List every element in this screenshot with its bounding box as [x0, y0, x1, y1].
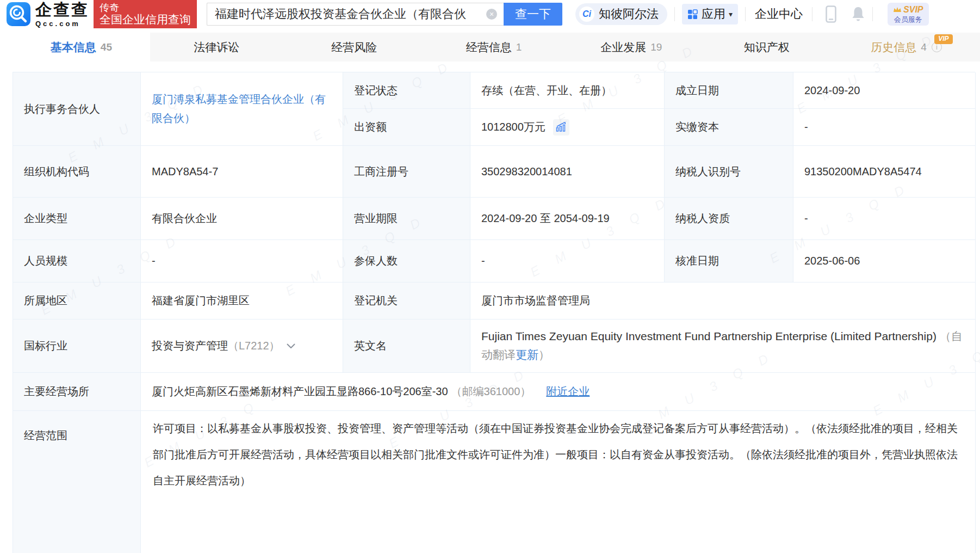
field-label: 执行事务合伙人	[24, 102, 100, 116]
svip-service-label: 会员服务	[893, 16, 923, 23]
value-cell: 91350200MADY8A5474	[793, 146, 976, 198]
search-button[interactable]: 查一下	[504, 3, 562, 26]
table-row: 执行事务合伙人 厦门溥泉私募基金管理合伙企业（有限合伙） 登记状态 存续（在营、…	[13, 72, 975, 146]
enterprise-center-link[interactable]: 企业中心	[755, 6, 803, 22]
label-cell: 成立日期	[665, 72, 793, 109]
field-label: 成立日期	[675, 83, 719, 98]
table-row: 主要经营场所 厦门火炬高新区石墨烯新材料产业园五显路866-10号206室-30…	[13, 373, 975, 411]
brand-domain: Qcc.com	[35, 20, 89, 27]
tab-business-info[interactable]: 经营信息 1	[425, 33, 563, 62]
header-divider	[674, 7, 675, 21]
zhibei-alpha-icon: Ci	[579, 7, 594, 22]
search-bar: × 查一下	[207, 3, 562, 26]
qcc-logo-icon	[7, 2, 30, 26]
field-value: -	[152, 255, 156, 267]
field-label: 所属地区	[24, 293, 67, 308]
value-cell: 2024-09-20	[793, 72, 976, 109]
apps-menu-button[interactable]: 应用 ▾	[682, 4, 738, 24]
slogan-line2: 全国企业信用查询	[100, 13, 191, 26]
svip-label: SVIP	[903, 5, 923, 15]
address-value: 厦门火炬高新区石墨烯新材料产业园五显路866-10号206室-30	[152, 384, 448, 399]
search-input-box: ×	[207, 3, 504, 26]
field-label: 登记机关	[354, 293, 398, 308]
expand-chevron-icon[interactable]	[287, 343, 295, 349]
value-cell: 2025-06-06	[793, 240, 976, 282]
table-row: 所属地区 福建省厦门市湖里区 登记机关 厦门市市场监督管理局	[13, 282, 975, 319]
apps-grid-icon	[687, 9, 698, 20]
label-cell: 主要经营场所	[13, 373, 141, 411]
label-cell: 营业期限	[343, 198, 470, 240]
vip-badge: VIP	[934, 34, 952, 44]
header-divider	[812, 7, 812, 21]
table-row: 国标行业 投资与资产管理 （L7212） 英文名 Fujian Times Ze…	[13, 319, 975, 373]
label-cell: 人员规模	[13, 240, 141, 282]
label-cell: 经营范围	[13, 411, 141, 553]
svip-member-button[interactable]: SVIP 会员服务	[888, 3, 928, 26]
qcc-logo-text: 企查查 Qcc.com	[35, 2, 89, 27]
field-label: 工商注册号	[354, 164, 408, 179]
brand-name: 企查查	[35, 2, 89, 18]
field-value: 1012800万元	[481, 120, 545, 134]
value-cell: 福建省厦门市湖里区	[141, 282, 343, 319]
executive-partner-link[interactable]: 厦门溥泉私募基金管理合伙企业（有限合伙）	[152, 90, 332, 128]
field-value: 福建省厦门市湖里区	[152, 293, 250, 308]
table-row: 经营范围 许可项目：以私募基金从事股权投资、投资管理、资产管理等活动（须在中国证…	[13, 411, 975, 553]
value-cell: 投资与资产管理 （L7212）	[141, 319, 343, 373]
tab-operation-risk[interactable]: 经营风险	[288, 33, 425, 62]
update-translation-link[interactable]: 更新	[516, 348, 538, 361]
slogan-badge: 传奇 全国企业信用查询	[94, 0, 197, 28]
contribution-chart-button[interactable]	[553, 119, 569, 136]
field-value: 91350200MADY8A5474	[804, 165, 922, 178]
field-label: 企业类型	[24, 211, 67, 226]
tab-legal-litigation[interactable]: 法律诉讼	[150, 33, 288, 62]
industry-value: 投资与资产管理	[152, 339, 228, 353]
auto-translate-note-close: ）	[538, 348, 550, 361]
apps-menu-label: 应用	[702, 6, 725, 22]
label-cell: 国标行业	[13, 319, 141, 373]
field-label: 参保人数	[354, 254, 398, 268]
field-label: 主要经营场所	[24, 384, 89, 399]
tab-basic-info[interactable]: 基本信息 45	[13, 33, 150, 62]
postal-code: （邮编361000）	[451, 384, 531, 399]
industry-code: （L7212）	[228, 339, 280, 353]
nearby-companies-link[interactable]: 附近企业	[546, 384, 590, 399]
search-input[interactable]	[207, 3, 504, 26]
clear-search-icon[interactable]: ×	[486, 9, 497, 20]
notifications-bell-icon[interactable]	[851, 6, 865, 22]
field-value: MADY8A54-7	[152, 165, 218, 178]
value-cell: 2024-09-20 至 2054-09-19	[470, 198, 665, 240]
field-label: 营业期限	[354, 211, 398, 226]
value-cell: -	[793, 109, 976, 146]
tab-enterprise-development[interactable]: 企业发展 19	[562, 33, 700, 62]
field-label: 出资额	[354, 120, 387, 134]
label-cell: 企业类型	[13, 198, 141, 240]
value-cell: 350298320014081	[470, 146, 665, 198]
crown-icon	[893, 7, 902, 13]
field-label: 纳税人识别号	[675, 164, 741, 179]
mobile-app-icon[interactable]	[825, 5, 837, 23]
value-cell: 1012800万元	[470, 109, 665, 146]
tab-history-info[interactable]: VIP 历史信息 4 i	[838, 33, 975, 62]
business-scope-value: 许可项目：以私募基金从事股权投资、投资管理、资产管理等活动（须在中国证券投资基金…	[153, 422, 958, 487]
field-label: 纳税人资质	[675, 211, 730, 226]
zhibei-alpha-entry[interactable]: Ci 知彼阿尔法	[575, 3, 667, 25]
value-cell: MADY8A54-7	[141, 146, 343, 198]
field-label: 英文名	[354, 339, 387, 353]
tab-intellectual-property[interactable]: 知识产权	[700, 33, 838, 62]
field-value: 2024-09-20	[804, 84, 860, 97]
label-cell: 工商注册号	[343, 146, 470, 198]
table-row: 人员规模 - 参保人数 - 核准日期 2025-06-06	[13, 240, 975, 282]
header-divider	[872, 7, 873, 21]
slogan-line1: 传奇	[100, 2, 191, 14]
field-value: 厦门市市场监督管理局	[481, 293, 590, 308]
chevron-down-icon: ▾	[729, 10, 733, 19]
label-cell: 纳税人资质	[665, 198, 793, 240]
label-cell: 纳税人识别号	[665, 146, 793, 198]
label-cell: 英文名	[343, 319, 470, 373]
field-label: 组织机构代码	[24, 164, 89, 179]
qcc-logo[interactable]: 企查查 Qcc.com	[7, 2, 89, 27]
top-header: 企查查 Qcc.com 传奇 全国企业信用查询 × 查一下 Ci 知彼阿尔法 应…	[0, 0, 980, 28]
field-value: -	[481, 255, 485, 267]
label-cell: 参保人数	[343, 240, 470, 282]
value-cell: -	[470, 240, 665, 282]
